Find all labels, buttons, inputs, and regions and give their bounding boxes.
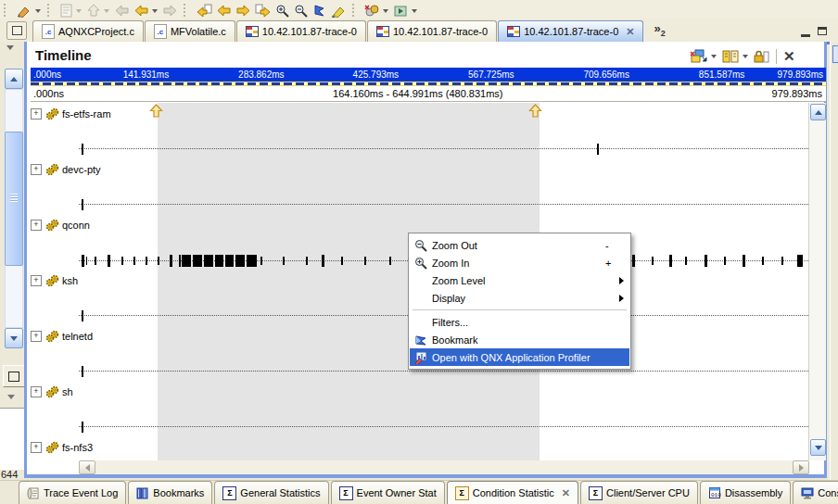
display-settings-icon[interactable] bbox=[690, 49, 708, 64]
tab-trace-3-active[interactable]: 10.42.101.87-trace-0 ✕ bbox=[498, 20, 643, 42]
scroll-up-button[interactable] bbox=[810, 104, 826, 120]
zoom-out-button[interactable] bbox=[294, 3, 309, 18]
partial-view-icon bbox=[832, 45, 838, 63]
scroll-up-button[interactable] bbox=[5, 69, 23, 89]
pen-icon bbox=[330, 4, 347, 18]
tab-general-statistics[interactable]: Σ General Statistics bbox=[214, 481, 328, 504]
annotation-pen-icon[interactable] bbox=[16, 3, 32, 18]
expand-icon[interactable]: + bbox=[31, 220, 42, 231]
timeline-view-toolbar: ✕ bbox=[690, 48, 795, 65]
pane-menu-icon[interactable] bbox=[7, 395, 15, 399]
forward-page-button[interactable] bbox=[255, 3, 272, 18]
menu-item-zoom-level[interactable]: Zoom Level bbox=[410, 271, 629, 289]
process-gears-icon bbox=[44, 274, 59, 287]
menu-item-open-with-qnx-application-profiler[interactable]: Open with QNX Application Profiler bbox=[410, 348, 629, 366]
expand-icon[interactable]: + bbox=[31, 108, 42, 120]
toolbar-grip[interactable] bbox=[47, 4, 52, 17]
process-row-sh[interactable]: + sh bbox=[31, 384, 73, 398]
forward-history-button[interactable] bbox=[235, 3, 251, 18]
last-edit-location-button[interactable] bbox=[196, 3, 212, 18]
zoom-in-button[interactable] bbox=[275, 3, 290, 18]
tab-console[interactable]: Console bbox=[793, 481, 838, 504]
tab-client-server-cpu[interactable]: Σ Client/Server CPU bbox=[580, 481, 698, 504]
tab-mfvolatile[interactable]: .c MFVolatile.c bbox=[145, 20, 235, 42]
find-navigate-icon[interactable] bbox=[721, 49, 740, 64]
scroll-down-button[interactable] bbox=[810, 439, 826, 456]
tab-close-icon[interactable]: ✕ bbox=[562, 488, 570, 498]
mark-occurrences-icon[interactable] bbox=[59, 3, 73, 18]
process-row-telnetd[interactable]: + telnetd bbox=[31, 329, 93, 343]
process-row-fs-nfs3[interactable]: + fs-nfs3 bbox=[31, 440, 93, 454]
highlight-pen-button[interactable] bbox=[330, 3, 347, 18]
restore-view-button[interactable] bbox=[6, 21, 27, 40]
dropdown-arrow-icon[interactable] bbox=[383, 9, 388, 13]
tab-condition-statistic-active[interactable]: Σ Condition Statistic ✕ bbox=[447, 481, 578, 504]
tab-trace-2[interactable]: 10.42.101.87-trace-0 bbox=[367, 20, 497, 42]
lock-icon[interactable] bbox=[753, 49, 769, 64]
bookmark-icon bbox=[414, 334, 427, 346]
process-name: telnetd bbox=[62, 331, 93, 342]
toolbar-grip[interactable] bbox=[4, 4, 8, 17]
c-file-icon: .c bbox=[42, 24, 55, 39]
c-file-icon: .c bbox=[154, 24, 167, 39]
timeline-ruler[interactable]: .000ns 141.931ms 283.862ms 425.793ms 567… bbox=[31, 68, 826, 82]
tab-trace-1[interactable]: 10.42.101.87-trace-0 bbox=[236, 20, 366, 42]
show-annotation-icon[interactable] bbox=[86, 3, 101, 18]
expand-icon[interactable]: + bbox=[31, 164, 42, 175]
dropdown-arrow-icon[interactable] bbox=[412, 9, 417, 13]
right-arrow-icon bbox=[799, 464, 804, 472]
menu-item-zoom-in[interactable]: Zoom In + bbox=[410, 254, 629, 271]
dropdown-arrow-icon[interactable] bbox=[152, 9, 158, 13]
close-view-button[interactable]: ✕ bbox=[783, 50, 795, 63]
expand-icon[interactable]: + bbox=[31, 331, 42, 342]
ruler-label: 283.862ms bbox=[238, 69, 284, 80]
menu-item-zoom-out[interactable]: Zoom Out - bbox=[410, 236, 629, 254]
scroll-left-button[interactable] bbox=[79, 460, 95, 474]
back-button[interactable] bbox=[133, 3, 149, 18]
process-row-qconn[interactable]: + qconn bbox=[31, 218, 90, 232]
timeline-horizontal-scrollbar[interactable] bbox=[79, 460, 809, 474]
dropdown-arrow-icon[interactable] bbox=[35, 9, 41, 13]
dropdown-arrow-icon[interactable] bbox=[711, 55, 717, 58]
selection-start-marker-icon[interactable] bbox=[149, 104, 163, 118]
scroll-down-button[interactable] bbox=[5, 328, 23, 348]
selection-end-marker-icon[interactable] bbox=[528, 104, 542, 118]
trace-file-icon bbox=[507, 26, 520, 37]
menu-item-bookmark[interactable]: Bookmark bbox=[410, 331, 629, 348]
event-tick bbox=[204, 255, 213, 267]
expand-icon[interactable]: + bbox=[31, 386, 42, 397]
process-row-fs-etfs-ram[interactable]: + fs-etfs-ram bbox=[31, 107, 111, 120]
tab-trace-event-log[interactable]: Trace Event Log bbox=[19, 481, 126, 504]
expand-icon[interactable]: + bbox=[31, 442, 42, 453]
timeline-vertical-scrollbar[interactable] bbox=[808, 103, 826, 460]
thumb-grip bbox=[10, 194, 18, 202]
bookmark-nav-button[interactable] bbox=[312, 3, 326, 18]
tab-event-owner-stat[interactable]: Σ Event Owner Stat bbox=[331, 481, 445, 504]
event-tick bbox=[260, 257, 262, 265]
tab-overflow-chevron[interactable]: »2 bbox=[654, 21, 665, 38]
dropdown-arrow-icon[interactable] bbox=[743, 55, 748, 58]
tab-aqnxcproject[interactable]: .c AQNXCProject.c bbox=[32, 20, 144, 42]
process-row-ksh[interactable]: + ksh bbox=[31, 273, 78, 287]
profile-tool-button[interactable] bbox=[364, 3, 380, 18]
magnifier-plus-icon bbox=[275, 4, 290, 18]
menu-item-filters[interactable]: Filters... bbox=[410, 313, 629, 331]
minimized-pane[interactable] bbox=[0, 408, 26, 470]
back-history-button[interactable] bbox=[216, 3, 232, 18]
tab-close-icon[interactable]: ✕ bbox=[626, 27, 634, 36]
view-menu-icon[interactable] bbox=[6, 45, 14, 50]
tab-disassembly[interactable]: 010 Disassembly bbox=[700, 481, 791, 504]
process-row-devc-pty[interactable]: + devc-pty bbox=[31, 162, 101, 176]
maximize-icon[interactable] bbox=[818, 27, 827, 35]
tab-bookmarks[interactable]: Bookmarks bbox=[128, 481, 212, 504]
run-tool-button[interactable] bbox=[393, 3, 409, 18]
expand-icon[interactable]: + bbox=[31, 275, 42, 286]
toolbar-grip[interactable] bbox=[184, 4, 188, 17]
restore-pane-button[interactable] bbox=[3, 365, 25, 387]
toolbar-grip[interactable] bbox=[352, 4, 357, 17]
scroll-thumb[interactable] bbox=[5, 132, 23, 266]
minimize-icon[interactable] bbox=[801, 34, 810, 37]
scroll-right-button[interactable] bbox=[793, 460, 809, 474]
tab-label: 10.42.101.87-trace-0 bbox=[262, 26, 357, 37]
menu-item-display[interactable]: Display bbox=[410, 289, 629, 307]
